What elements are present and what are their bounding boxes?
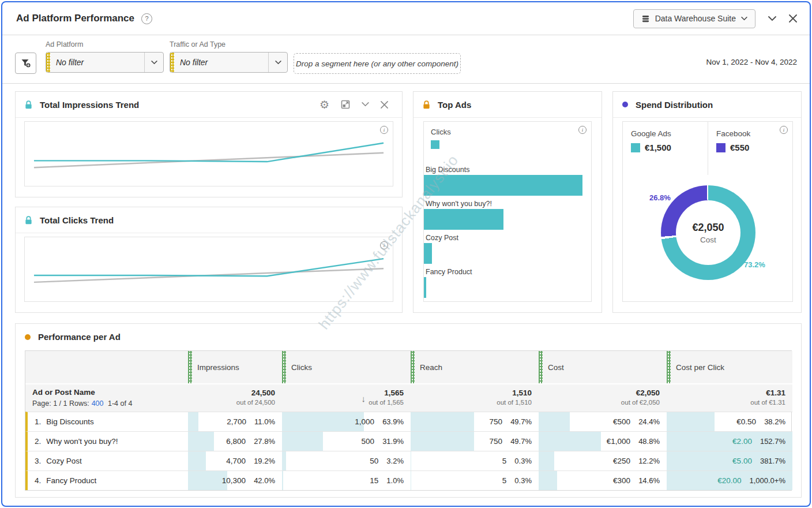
collapse-panel-icon[interactable] (362, 102, 369, 107)
metric-strip (667, 351, 671, 383)
table-cell-impressions[interactable]: 6,80027.8% (188, 431, 282, 451)
table-cell-impressions[interactable]: 4,70019.2% (188, 451, 282, 470)
orange-dot-icon (25, 334, 31, 340)
table-row-name[interactable]: 4.Fancy Product (25, 470, 188, 490)
table-cell-cost[interactable]: €50024.4% (539, 412, 667, 431)
legend-item-facebook[interactable]: Facebook €550 (708, 122, 792, 175)
donut-center: €2,050 Cost (676, 200, 740, 265)
legend-swatch (431, 140, 439, 149)
cell-value: 5 (502, 457, 507, 465)
cell-fill-bar (539, 412, 570, 431)
close-panel-icon[interactable] (381, 101, 388, 109)
ad-platform-filter-value: No filter (56, 58, 84, 67)
funnel-plus-icon (20, 58, 31, 69)
table-cell-reach[interactable]: 75049.7% (411, 412, 539, 431)
top-ads-bar-group: Why won't you buy?! (424, 200, 588, 230)
table-cell-clicks[interactable]: 503.2% (282, 451, 411, 470)
date-range[interactable]: Nov 1, 2022 - Nov 4, 2022 (706, 58, 797, 66)
table-cell-impressions[interactable]: 10,30042.0% (188, 470, 282, 490)
table-cell-clicks[interactable]: 50031.9% (282, 431, 411, 451)
metric-strip (539, 351, 543, 383)
lock-icon (423, 100, 430, 109)
total-value: €2,050 (539, 389, 660, 397)
header: Ad Platform Performance ? Data Warehouse… (2, 2, 810, 35)
top-ads-chart[interactable]: i Clicks Big DiscountsWhy won't you buy?… (423, 121, 592, 302)
add-filter-button[interactable] (15, 53, 36, 74)
table-cell-impressions[interactable]: 2,70011.0% (188, 412, 282, 431)
column-header-impressions[interactable]: Impressions (188, 351, 282, 383)
cell-value: €2.00 (732, 437, 752, 446)
panel-title: Spend Distribution (636, 100, 713, 110)
purple-dot-icon (622, 102, 628, 107)
column-header-label: Clicks (291, 363, 312, 372)
cell-percentage: 1,000.0+% (749, 476, 785, 485)
legend-swatch (631, 143, 640, 152)
metric-strip (188, 351, 192, 383)
clicks-trend-chart[interactable]: i (24, 237, 393, 302)
total-value: 1,565 (282, 389, 404, 397)
spend-distribution-chart[interactable]: i Google Ads €1,500 Facebook €550 26.8% … (622, 121, 793, 302)
table-cell-cost-per-click[interactable]: €20.001,000.0+% (667, 470, 792, 490)
info-icon[interactable]: i (578, 126, 587, 134)
column-header-clicks[interactable]: Clicks (282, 351, 411, 383)
table-cell-clicks[interactable]: 151.0% (282, 470, 411, 490)
info-icon[interactable]: i (380, 126, 388, 134)
column-header-cost[interactable]: Cost (539, 351, 667, 383)
column-header-cost-per-click[interactable]: Cost per Click (667, 351, 792, 383)
row-rank: 1. (35, 417, 41, 426)
collapse-chevron-icon[interactable] (768, 16, 776, 21)
sort-descending-icon[interactable]: ↓ (362, 393, 366, 403)
table-cell-cost[interactable]: €1,00048.8% (539, 431, 667, 451)
row-name-label: Fancy Product (46, 476, 96, 485)
table-cell-reach[interactable]: 75049.7% (411, 431, 539, 451)
table-cell-cost-per-click[interactable]: €5.00381.7% (667, 451, 792, 470)
column-header-reach[interactable]: Reach (411, 351, 539, 383)
bar-label: Fancy Product (426, 268, 588, 276)
table-cell-clicks[interactable]: 1,00063.9% (282, 412, 411, 431)
row-name-label: Cozy Post (46, 457, 82, 465)
bar-cozy-post[interactable] (424, 243, 432, 264)
help-icon[interactable]: ? (141, 13, 152, 24)
segment-drop-zone[interactable]: Drop a segment here (or any other compon… (294, 53, 461, 74)
cell-percentage: 49.7% (510, 437, 532, 446)
bar-big-discounts[interactable] (424, 175, 582, 196)
cell-value: 5 (502, 476, 507, 485)
table-cell-cost-per-click[interactable]: €2.00152.7% (667, 431, 792, 451)
table-cell-reach[interactable]: 50.3% (411, 470, 539, 490)
table-row-name[interactable]: 1.Big Discounts (25, 412, 188, 431)
table-row-name[interactable]: 3.Cozy Post (25, 451, 188, 470)
column-header-label: Impressions (197, 363, 239, 372)
cell-value: €250 (613, 457, 630, 465)
panel-title: Total Impressions Trend (40, 100, 139, 110)
impressions-trend-chart[interactable]: i (24, 121, 393, 186)
panel-performance-table: Performance per Ad ImpressionsClicksReac… (15, 323, 802, 498)
rows-per-page-link[interactable]: 400 (92, 399, 104, 408)
donut-ring[interactable]: €2,050 Cost (661, 185, 755, 280)
table-cell-cost[interactable]: €30014.6% (539, 470, 667, 490)
panel-title: Top Ads (438, 100, 471, 110)
legend-item-google-ads[interactable]: Google Ads €1,500 (623, 122, 708, 175)
panel-title: Total Clicks Trend (40, 215, 114, 225)
export-icon[interactable] (341, 100, 350, 109)
report-suite-button[interactable]: Data Warehouse Suite (633, 9, 755, 28)
info-icon[interactable]: i (380, 241, 388, 249)
bar-fancy-product[interactable] (424, 277, 426, 298)
name-column-header: Ad or Post Name (32, 388, 188, 397)
total-value: 1,510 (411, 389, 532, 397)
chevron-down-icon (268, 53, 287, 72)
table-cell-reach[interactable]: 50.3% (411, 451, 539, 470)
settings-gear-icon[interactable]: ⚙ (319, 99, 329, 110)
traffic-filter-select[interactable]: No filter (170, 52, 288, 73)
table-row-name[interactable]: 2.Why won't you buy?! (25, 431, 188, 451)
cell-percentage: 24.4% (638, 417, 660, 426)
cell-fill-bar (188, 451, 206, 470)
cell-fill-bar (282, 471, 283, 490)
donut-center-value: €2,050 (692, 222, 724, 234)
bar-why-won-t-you-buy-[interactable] (424, 209, 503, 230)
close-icon[interactable] (789, 14, 797, 23)
ad-platform-filter-select[interactable]: No filter (46, 52, 164, 73)
table-cell-cost[interactable]: €25012.2% (539, 451, 667, 470)
panel-title: Performance per Ad (38, 332, 121, 342)
cell-percentage: 1.0% (386, 476, 404, 485)
table-cell-cost-per-click[interactable]: €0.5038.2% (667, 412, 792, 431)
